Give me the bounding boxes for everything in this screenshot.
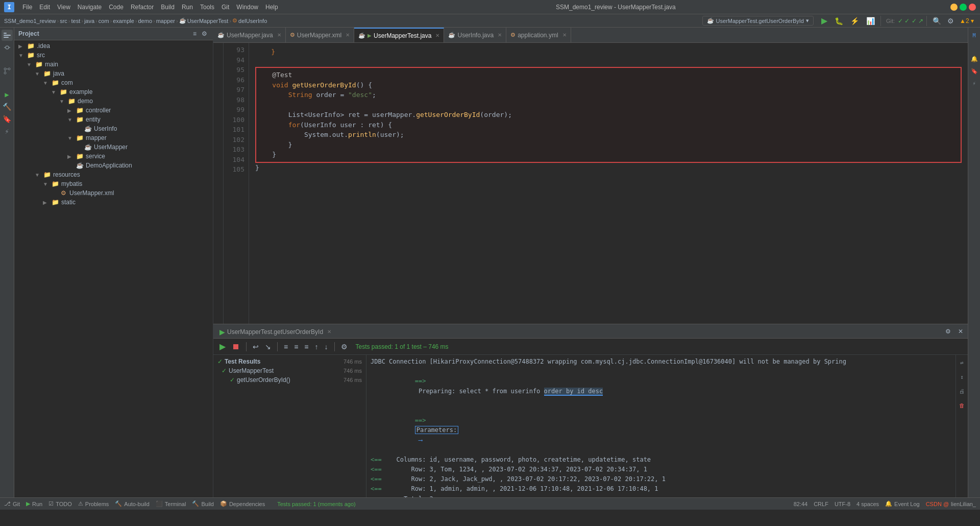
tab-usermapper-java[interactable]: ☕ UserMapper.java ✕ (213, 28, 286, 43)
tree-item-java[interactable]: ▼ 📁 java (14, 69, 213, 78)
status-cursor[interactable]: 82:44 (794, 501, 808, 507)
menu-window[interactable]: Window (233, 3, 261, 12)
run-stop-button[interactable]: ⏹ (230, 341, 242, 352)
profile-button[interactable]: 📊 (864, 15, 877, 27)
menu-tools[interactable]: Tools (197, 3, 217, 12)
code-editor[interactable]: 93 94 95 96 97 98 99 100 101 102 103 104… (213, 43, 968, 324)
breadcrumb-item-demo[interactable]: demo (138, 18, 152, 24)
coverage-button[interactable]: ⚡ (848, 15, 862, 27)
status-encoding[interactable]: UTF-8 (835, 501, 850, 507)
commit-sidebar-icon[interactable] (2, 42, 13, 53)
test-results-item-usermappertest[interactable]: ✓ UserMapperTest 746 ms (213, 366, 366, 375)
tree-item-demo[interactable]: ▼ 📁 demo (14, 97, 213, 106)
bookmarks-right-icon[interactable]: 🔖 (969, 65, 980, 77)
status-todo[interactable]: ☑ TODO (48, 500, 72, 507)
project-collapse-all-button[interactable]: ≡ (191, 30, 198, 38)
menu-navigate[interactable]: Navigate (75, 3, 105, 12)
breadcrumb-item-classname[interactable]: UserMapperTest (187, 18, 229, 24)
bottom-tab-close[interactable]: ✕ (327, 329, 331, 334)
bookmarks-sidebar-icon[interactable]: 🔖 (2, 113, 13, 125)
tree-item-idea[interactable]: ▶ 📁 .idea (14, 41, 213, 51)
status-run[interactable]: ▶ Run (26, 500, 42, 507)
status-event-log[interactable]: 🔔 Event Log (885, 500, 920, 507)
bottom-panel-settings[interactable]: ⚙ (943, 326, 953, 337)
output-wrap-icon[interactable]: ⇌ (957, 357, 968, 368)
tree-item-userinfo[interactable]: ▶ ☕ UserInfo (14, 124, 213, 133)
output-print-icon[interactable]: 🖨 (957, 386, 968, 397)
status-crlf[interactable]: CRLF (814, 501, 828, 507)
run-rerun-button[interactable]: ↩ (251, 342, 261, 352)
menu-view[interactable]: View (54, 3, 74, 12)
status-indent[interactable]: 4 spaces (856, 501, 879, 507)
run-next-fail[interactable]: ↓ (323, 342, 330, 352)
tab-usermapper-java-close[interactable]: ✕ (277, 32, 281, 38)
breadcrumb-item-project[interactable]: SSM_demo1_review (4, 18, 56, 24)
close-button[interactable] (969, 4, 976, 11)
tree-item-demoapplication[interactable]: ▶ ☕ DemoApplication (14, 161, 213, 170)
tree-item-resources[interactable]: ▼ 📁 resources (14, 170, 213, 179)
run-prev-fail[interactable]: ↑ (313, 342, 321, 352)
run-sort-dur[interactable]: ≡ (292, 342, 300, 352)
debug-button[interactable]: 🐛 (832, 15, 846, 27)
tree-item-src[interactable]: ▼ 📁 src (14, 51, 213, 60)
tab-usermappertest-java[interactable]: ☕ ▶ UserMapperTest.java ✕ (354, 28, 444, 43)
menu-edit[interactable]: Edit (36, 3, 53, 12)
tree-item-usermapper-xml[interactable]: ▶ ⚙ UserMapper.xml (14, 188, 213, 198)
tree-item-example[interactable]: ▼ 📁 example (14, 87, 213, 97)
tab-usermappertest-java-close[interactable]: ✕ (435, 33, 439, 38)
breadcrumb-item-java[interactable]: java (84, 18, 94, 24)
status-problems[interactable]: ⚠ Problems (78, 500, 109, 507)
tab-userinfo-java-close[interactable]: ✕ (498, 32, 502, 38)
bottom-tab-run[interactable]: ▶ UserMapperTest.getUserOrderById ✕ (215, 324, 335, 339)
maven-icon[interactable]: M (969, 30, 980, 41)
breadcrumb-item-file[interactable]: ☕ (179, 17, 186, 24)
menu-git[interactable]: Git (218, 3, 232, 12)
breadcrumb-item-method[interactable]: ⚙ (232, 17, 237, 24)
project-sidebar-icon[interactable] (2, 30, 13, 41)
search-button[interactable]: 🔍 (930, 15, 944, 27)
output-clear-icon[interactable]: 🗑 (957, 400, 968, 411)
tab-application-yml-close[interactable]: ✕ (562, 32, 567, 38)
tree-item-mapper[interactable]: ▼ 📁 mapper (14, 133, 213, 142)
structure-sidebar-icon[interactable]: ⚡ (2, 126, 13, 137)
bottom-panel-close[interactable]: ✕ (955, 326, 966, 337)
menu-file[interactable]: File (19, 3, 35, 12)
output-panel[interactable]: JDBC Connection [HikariProxyConnection@5… (366, 355, 955, 497)
tree-item-mybatis[interactable]: ▼ 📁 mybatis (14, 179, 213, 188)
menu-help[interactable]: Help (262, 3, 281, 12)
breadcrumb-item-com[interactable]: com (99, 18, 109, 24)
breadcrumb-item-example[interactable]: example (113, 18, 134, 24)
tree-item-entity[interactable]: ▼ 📁 entity (14, 115, 213, 124)
run-sidebar-icon[interactable]: ▶ (2, 89, 13, 100)
project-settings-button[interactable]: ⚙ (200, 30, 209, 38)
status-terminal[interactable]: ⬛ Terminal (156, 500, 186, 507)
notifications-icon[interactable]: 🔔 (969, 53, 980, 64)
code-text[interactable]: } @Test void getUserOrderById() { String… (249, 45, 968, 324)
tab-userinfo-java[interactable]: ☕ UserInfo.java ✕ (444, 28, 506, 43)
menu-code[interactable]: Code (106, 3, 127, 12)
tab-usermapper-xml[interactable]: ⚙ UserMapper.xml ✕ (286, 28, 354, 43)
run-expand[interactable]: ≡ (302, 342, 310, 352)
breadcrumb-item-mapper[interactable]: mapper (156, 18, 175, 24)
tree-item-controller[interactable]: ▶ 📁 controller (14, 106, 213, 115)
status-auto-build[interactable]: 🔨 Auto-build (115, 500, 150, 507)
tree-item-com[interactable]: ▼ 📁 com (14, 78, 213, 87)
run-restart-button[interactable]: ▶ (217, 341, 228, 352)
breadcrumb-item-test[interactable]: test (71, 18, 81, 24)
run-button[interactable]: ▶ (819, 14, 830, 27)
structure-right-icon[interactable]: ⚡ (969, 78, 980, 89)
status-build[interactable]: 🔨 Build (192, 500, 213, 507)
menu-run[interactable]: Run (179, 3, 196, 12)
breadcrumb-item-src[interactable]: src (60, 18, 67, 24)
minimize-button[interactable] (950, 4, 958, 11)
tree-item-static[interactable]: ▶ 📁 static (14, 198, 213, 207)
tab-usermapper-xml-close[interactable]: ✕ (346, 32, 350, 38)
menu-build[interactable]: Build (158, 3, 178, 12)
output-scroll-icon[interactable]: ↕ (957, 371, 968, 382)
tab-application-yml[interactable]: ⚙ application.yml ✕ (506, 28, 571, 43)
status-git[interactable]: ⎇ Git (4, 500, 20, 507)
breadcrumb-item-methodname[interactable]: delUserInfo (238, 18, 267, 24)
tree-item-usermapper[interactable]: ▶ ☕ UserMapper (14, 142, 213, 152)
tree-item-main[interactable]: ▼ 📁 main (14, 60, 213, 69)
git-sidebar-icon[interactable] (2, 65, 13, 77)
